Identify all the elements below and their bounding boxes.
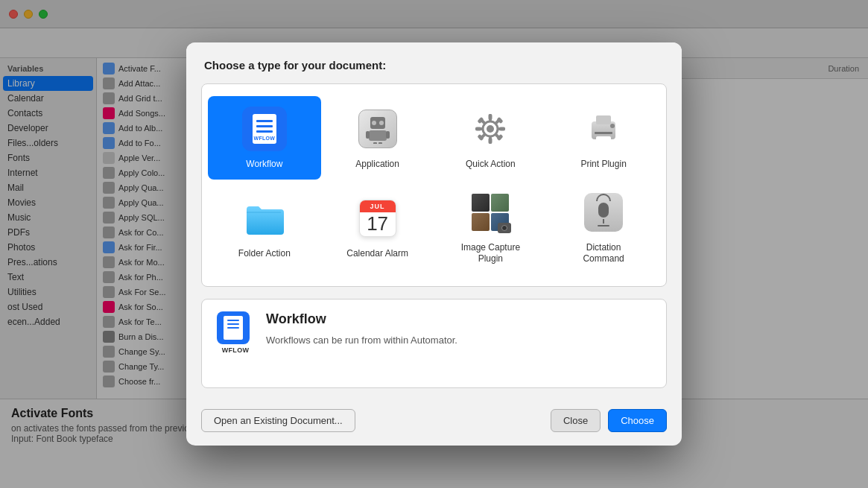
doc-type-dictation-command-label: DictationCommand <box>583 242 624 265</box>
doc-type-dictation-command[interactable]: DictationCommand <box>547 180 660 274</box>
camera-lens <box>501 225 507 231</box>
workflow-icon-line <box>256 130 273 133</box>
folder-svg <box>244 199 285 238</box>
application-icon <box>354 105 402 153</box>
printer-svg <box>584 110 623 148</box>
doc-type-folder-action[interactable]: Folder Action <box>208 180 321 274</box>
img-cell-3 <box>472 213 490 231</box>
doc-type-folder-action-label: Folder Action <box>238 248 291 260</box>
doc-type-application-label: Application <box>355 159 399 171</box>
modal-overlay: Choose a type for your document: WFLOW <box>0 0 868 488</box>
mic-arc <box>596 194 611 201</box>
microphone-icon <box>596 198 611 226</box>
quick-action-icon-body <box>468 107 513 151</box>
dictation-icon-body <box>581 190 626 235</box>
doc-type-calendar-alarm-label: Calendar Alarm <box>346 248 408 260</box>
calendar-month: JUL <box>360 200 396 212</box>
svg-rect-20 <box>596 136 611 144</box>
doc-type-workflow-label: Workflow <box>246 159 282 171</box>
open-existing-button[interactable]: Open an Existing Document... <box>201 409 355 432</box>
mic-stand <box>603 219 604 224</box>
svg-point-2 <box>379 121 384 125</box>
choose-button[interactable]: Choose <box>608 409 667 432</box>
doc-type-grid: WFLOW Workflow <box>202 84 666 286</box>
wflow-line <box>227 320 239 321</box>
mic-head <box>598 203 609 218</box>
calendar-day: 17 <box>360 212 396 236</box>
img-cell-2 <box>491 194 509 212</box>
doc-type-quick-action-label: Quick Action <box>466 159 516 171</box>
desc-text: Workflows can be run from within Automat… <box>266 333 651 348</box>
doc-type-image-capture[interactable]: Image CapturePlugin <box>434 180 548 274</box>
svg-rect-4 <box>366 131 370 139</box>
dictation-visual <box>584 193 623 232</box>
app-icon-visual <box>358 110 397 148</box>
svg-rect-7 <box>378 142 382 144</box>
mic-base <box>598 225 609 226</box>
application-icon-body <box>355 107 400 151</box>
modal-footer: Open an Existing Document... Close Choos… <box>186 400 682 446</box>
svg-point-21 <box>610 124 615 128</box>
desc-icon-container: WFLOW <box>217 311 254 354</box>
img-cell-1 <box>472 194 490 212</box>
dictation-command-icon <box>580 188 627 236</box>
doc-type-grid-section: WFLOW Workflow <box>201 83 667 287</box>
footer-right-buttons: Close Choose <box>551 409 667 432</box>
wflow-label: WFLOW <box>217 346 254 354</box>
doc-type-workflow[interactable]: WFLOW Workflow <box>208 96 321 180</box>
desc-workflow-icon <box>217 311 250 344</box>
modal-description-section: WFLOW Workflow Workflows can be run from… <box>201 299 667 388</box>
workflow-icon-line <box>256 120 273 122</box>
quick-action-icon <box>466 105 514 153</box>
robot-svg <box>364 114 391 144</box>
doc-type-image-capture-label: Image CapturePlugin <box>461 242 520 265</box>
svg-point-1 <box>372 121 376 125</box>
workflow-icon: WFLOW <box>241 105 288 153</box>
svg-rect-19 <box>595 132 612 134</box>
workflow-icon-body: WFLOW <box>242 107 287 151</box>
svg-rect-5 <box>386 131 390 139</box>
workflow-icon-line <box>256 125 273 127</box>
calendar-icon-body: JUL 17 <box>355 196 400 241</box>
desc-workflow-paper <box>224 316 243 340</box>
folder-action-icon <box>241 194 288 242</box>
print-icon-body <box>581 107 626 151</box>
doc-type-quick-action[interactable]: Quick Action <box>434 96 548 180</box>
svg-rect-3 <box>369 130 387 141</box>
doc-type-print-plugin[interactable]: Print Plugin <box>547 96 660 180</box>
doc-type-print-plugin-label: Print Plugin <box>580 159 626 171</box>
calendar-alarm-icon: JUL 17 <box>354 194 402 242</box>
calendar-visual: JUL 17 <box>359 200 396 237</box>
folder-icon-body <box>242 196 287 241</box>
modal-title: Choose a type for your document: <box>204 59 664 72</box>
workflow-icon-text: WFLOW <box>254 136 276 141</box>
camera-overlay <box>498 223 511 233</box>
svg-point-8 <box>487 125 494 133</box>
print-plugin-icon <box>580 105 627 153</box>
doc-type-calendar-alarm[interactable]: JUL 17 Calendar Alarm <box>321 180 434 274</box>
desc-title: Workflow <box>266 311 651 327</box>
svg-rect-6 <box>373 142 377 144</box>
workflow-icon-lines <box>256 120 273 133</box>
image-capture-icon <box>466 188 514 236</box>
document-type-modal: Choose a type for your document: WFLOW <box>186 42 682 446</box>
desc-content: Workflow Workflows can be run from withi… <box>266 311 651 348</box>
close-button[interactable]: Close <box>551 409 601 432</box>
wflow-line <box>227 327 239 329</box>
wflow-line <box>227 323 239 325</box>
doc-type-application[interactable]: Application <box>321 96 434 180</box>
gear-svg <box>471 110 510 148</box>
modal-header: Choose a type for your document: <box>186 42 682 83</box>
svg-rect-18 <box>596 115 611 124</box>
